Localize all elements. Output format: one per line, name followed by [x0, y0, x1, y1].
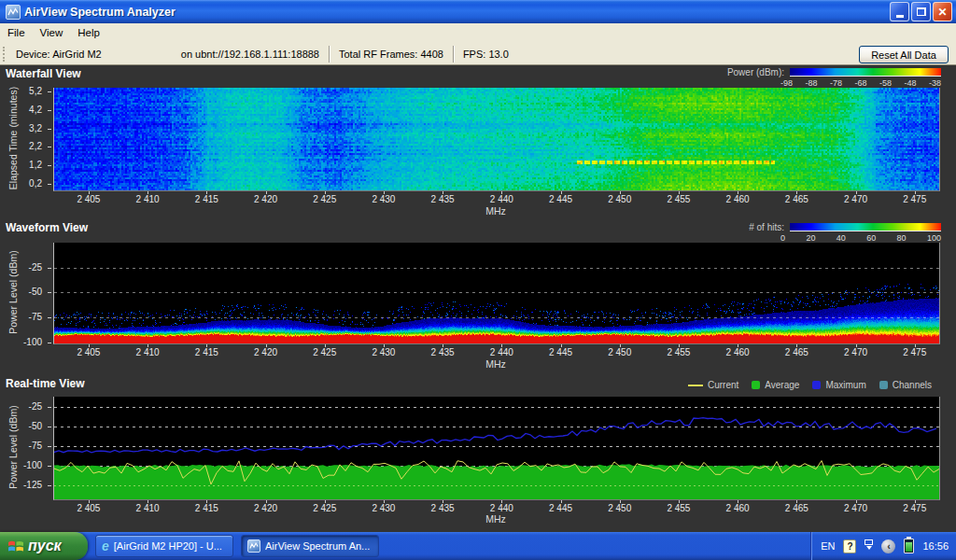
x-tick: 2 425: [302, 503, 347, 513]
y-tick: -100: [23, 337, 42, 347]
start-button[interactable]: пуск: [0, 532, 88, 560]
waveform-xticks: 2 4052 4102 4152 4202 4252 4302 4352 440…: [53, 344, 938, 358]
x-tick: 2 465: [774, 347, 819, 357]
restore-icon: [917, 7, 926, 16]
x-tick: 2 420: [244, 503, 288, 513]
y-tick: -75: [29, 312, 42, 322]
y-tick: 5,2: [29, 86, 42, 96]
menu-help[interactable]: Help: [70, 23, 107, 43]
battery-icon[interactable]: [904, 539, 914, 553]
colorbar-tick: -48: [904, 78, 916, 88]
x-tick: 2 450: [598, 194, 642, 204]
x-tick: 2 450: [598, 347, 642, 357]
y-tick-mark: [48, 485, 51, 486]
y-tick-mark: [48, 165, 51, 166]
waveform-xlabel: MHz: [53, 358, 938, 370]
waterfall-plot[interactable]: [53, 88, 940, 191]
task-label: [AirGrid M2 HP20] - U...: [114, 540, 222, 552]
waveform-plot[interactable]: [53, 243, 940, 344]
x-tick: 2 445: [539, 347, 583, 357]
colorbar-tick: -68: [854, 78, 866, 88]
connection-label: on ubnt://192.168.1.111:18888: [181, 49, 319, 60]
y-tick-mark: [48, 446, 51, 447]
x-tick: 2 430: [361, 194, 406, 204]
x-tick: 2 445: [539, 503, 583, 513]
screen: AirView Spectrum Analyzer ✕ File View He…: [0, 0, 956, 560]
reset-all-data-button[interactable]: Reset All Data: [859, 46, 949, 63]
window-title: AirView Spectrum Analyzer: [24, 6, 890, 19]
x-tick: 2 410: [125, 347, 170, 357]
x-tick: 2 440: [479, 503, 524, 513]
waveform-yticks: -25-50-75-100: [0, 243, 52, 343]
close-button[interactable]: ✕: [933, 2, 952, 21]
y-tick-mark: [48, 147, 51, 147]
hits-colorbar: # of hits: 020406080100: [691, 222, 941, 243]
x-tick: 2 435: [420, 194, 465, 204]
x-tick: 2 420: [244, 347, 288, 357]
power-colorbar: Power (dBm): -98-88-78-68-58-48-38: [691, 67, 941, 88]
fps-segment: FPS: 13.0: [454, 46, 518, 63]
legend-label: Current: [708, 380, 738, 390]
clock: 16:56: [922, 540, 949, 552]
start-label: пуск: [28, 538, 62, 554]
realtime-legend: CurrentAverageMaximumChannels: [688, 380, 932, 390]
legend-label: Maximum: [825, 380, 865, 390]
task-label: AirView Spectrum An...: [265, 540, 370, 552]
minimize-button[interactable]: [890, 2, 909, 21]
colorbar-tick: 60: [866, 233, 876, 243]
x-tick: 2 430: [361, 347, 406, 357]
legend-item-average: Average: [752, 380, 799, 390]
x-tick: 2 410: [125, 194, 170, 204]
y-tick-mark: [48, 292, 51, 293]
waterfall-yticks: 5,24,23,22,21,20,2: [0, 88, 52, 190]
colorbar-tick: 20: [806, 233, 815, 243]
colorbar-tick: 40: [836, 233, 846, 243]
taskbar: пуск e [AirGrid M2 HP20] - U... AirView …: [0, 532, 956, 560]
y-tick-mark: [48, 466, 51, 467]
legend-swatch: [688, 385, 703, 386]
power-colorbar-label: Power (dBm):: [727, 67, 784, 77]
legend-swatch: [879, 381, 888, 389]
fps-label: FPS: 13.0: [463, 49, 509, 60]
menu-file[interactable]: File: [0, 23, 33, 43]
airview-app-icon: [6, 5, 21, 20]
menu-view[interactable]: View: [33, 23, 71, 43]
device-segment: Device: AirGrid M2 on ubnt://192.168.1.1…: [7, 46, 330, 63]
x-tick: 2 460: [715, 347, 760, 357]
internet-explorer-icon: e: [102, 539, 109, 553]
x-tick: 2 475: [893, 503, 937, 513]
minimize-icon: [896, 15, 904, 18]
hidden-icons-chevron[interactable]: [865, 539, 873, 553]
x-tick: 2 455: [656, 347, 701, 357]
y-tick: -25: [29, 401, 42, 412]
y-tick-mark: [48, 343, 51, 343]
restore-button[interactable]: [911, 2, 931, 21]
help-tray-icon[interactable]: ?: [843, 539, 856, 553]
waterfall-xlabel: MHz: [53, 205, 938, 217]
language-indicator[interactable]: EN: [821, 540, 835, 552]
power-colorbar-gradient: [790, 68, 941, 77]
legend-item-current: Current: [688, 380, 738, 390]
hits-colorbar-ticks: 020406080100: [780, 232, 941, 243]
x-tick: 2 440: [479, 347, 524, 357]
x-tick: 2 425: [302, 194, 347, 204]
hits-colorbar-label: # of hits:: [749, 222, 784, 232]
tray-app-icon[interactable]: ‹: [881, 539, 895, 553]
y-tick-mark: [48, 407, 51, 408]
y-tick: 3,2: [29, 123, 42, 133]
taskbar-item-airview[interactable]: AirView Spectrum An...: [241, 535, 379, 557]
x-tick: 2 405: [66, 194, 111, 204]
taskbar-item-airgrid[interactable]: e [AirGrid M2 HP20] - U...: [95, 535, 233, 557]
legend-item-channels: Channels: [879, 380, 932, 390]
realtime-plot[interactable]: [53, 397, 940, 500]
x-tick: 2 445: [539, 194, 583, 204]
system-tray: EN ? ‹ 16:56: [810, 532, 956, 560]
y-tick-mark: [48, 268, 51, 269]
main-area: Waterfall View Power (dBm): -98-88-78-68…: [0, 65, 956, 532]
x-tick: 2 415: [184, 194, 229, 204]
colorbar-tick: -38: [929, 78, 941, 88]
x-tick: 2 470: [834, 347, 879, 357]
frames-segment: Total RF Frames: 4408: [330, 46, 454, 63]
realtime-xlabel: MHz: [53, 513, 938, 525]
hits-colorbar-gradient: [790, 223, 941, 231]
